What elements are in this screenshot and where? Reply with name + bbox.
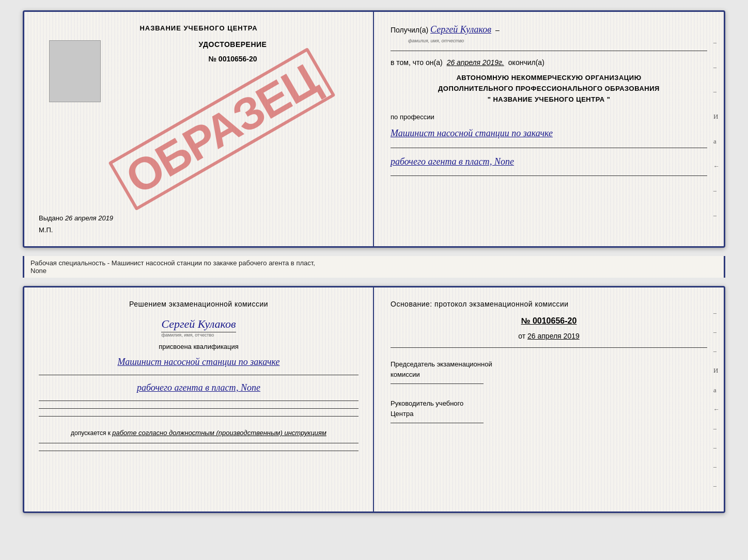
person-name-block: Сергей Кулаков фамилия, имя, отчество (161, 317, 236, 338)
top-right-panel: Получил(а) Сергей Кулаков – фамилия, имя… (374, 12, 724, 246)
commission-title: Решением экзаменационной комиссии (129, 300, 268, 308)
cert-center-content: УДОСТОВЕРЕНИЕ № 0010656-20 (107, 40, 359, 69)
top-left-panel: НАЗВАНИЕ УЧЕБНОГО ЦЕНТРА УДОСТОВЕРЕНИЕ №… (24, 12, 374, 246)
separator-text2: None (30, 267, 46, 275)
issued-line: Выдано 26 апреля 2019 (39, 214, 359, 222)
bottom-line-3 (39, 408, 359, 409)
bottom-left-panel: Решением экзаменационной комиссии Сергей… (24, 287, 374, 511)
bottom-line-2 (39, 401, 359, 401)
recipient-name: Сергей Кулаков (430, 24, 491, 35)
mp-line: М.П. (39, 226, 53, 234)
received-line: Получил(а) Сергей Кулаков – (391, 24, 707, 35)
допускается-line: допускается к работе согласно должностны… (71, 429, 326, 437)
bottom-line-5 (39, 443, 359, 443)
org-line2: ДОПОЛНИТЕЛЬНОГО ПРОФЕССИОНАЛЬНОГО ОБРАЗО… (391, 84, 707, 94)
issued-label: Выдано (39, 214, 63, 222)
photo-content-row: УДОСТОВЕРЕНИЕ № 0010656-20 (39, 40, 359, 110)
org-line1: АВТОНОМНУЮ НЕКОММЕРЧЕСКУЮ ОРГАНИЗАЦИЮ (391, 73, 707, 84)
bottom-line-1 (39, 375, 359, 375)
chairman-label: Председатель экзаменационной комиссии (391, 359, 707, 379)
right-edge-marks: – – – И а ← – – (713, 12, 720, 246)
org-line3: " НАЗВАНИЕ УЧЕБНОГО ЦЕНТРА " (391, 94, 707, 105)
protocol-date: 26 апреля 2019 (527, 332, 580, 340)
fio-sublabel-top: фамилия, имя, отчество (408, 38, 464, 43)
separator: Рабочая специальность - Машинист насосно… (23, 256, 725, 278)
director-block: Руководитель учебного Центра (391, 398, 707, 423)
допускается-label: допускается к (71, 429, 111, 437)
profession-line1: Машинист насосной станции по закачке (391, 127, 707, 140)
fio-sublabel-bottom: фамилия, имя, отчество (161, 332, 236, 338)
bottom-right-line-1 (391, 347, 707, 348)
qualification-line1: Машинист насосной станции по закачке (117, 356, 279, 369)
director-signature-line (391, 423, 484, 423)
school-name-top: НАЗВАНИЕ УЧЕБНОГО ЦЕНТРА (139, 24, 257, 32)
qualification-line2: рабочего агента в пласт, None (137, 381, 260, 394)
cert-number: № 0010656-20 (208, 55, 257, 63)
protocol-date-line: от 26 апреля 2019 (391, 332, 707, 340)
issued-date: 26 апреля 2019 (65, 214, 113, 222)
cert-title: УДОСТОВЕРЕНИЕ (199, 40, 267, 49)
bottom-right-edge-marks: – – – И а ← – – – – (713, 287, 720, 511)
bottom-right-panel: Основание: протокол экзаменационной коми… (374, 287, 724, 511)
bottom-document-card: Решением экзаменационной комиссии Сергей… (23, 286, 725, 513)
in-that-label: в том, что он(а) (391, 58, 443, 67)
person-name-bottom: Сергей Кулаков (161, 317, 236, 332)
bottom-line-4 (39, 416, 359, 417)
top-document-card: НАЗВАНИЕ УЧЕБНОГО ЦЕНТРА УДОСТОВЕРЕНИЕ №… (23, 10, 725, 248)
line-2 (391, 148, 707, 148)
line-3 (391, 175, 707, 176)
dash1: – (495, 26, 500, 34)
protocol-date-prefix: от (518, 332, 525, 340)
basis-title: Основание: протокол экзаменационной коми… (391, 300, 707, 308)
chairman-block: Председатель экзаменационной комиссии (391, 359, 707, 384)
bottom-line-6 (39, 451, 359, 451)
chairman-signature-line (391, 383, 484, 384)
org-block: АВТОНОМНУЮ НЕКОММЕРЧЕСКУЮ ОРГАНИЗАЦИЮ ДО… (391, 73, 707, 105)
completed-label: окончил(а) (508, 58, 544, 67)
director-label: Руководитель учебного Центра (391, 398, 707, 419)
qualification-label: присвоена квалификация (159, 343, 239, 350)
photo-placeholder (49, 40, 101, 102)
received-label: Получил(а) (391, 26, 428, 34)
protocol-number: № 0010656-20 (391, 316, 707, 326)
completed-date: 26 апреля 2019г. (447, 58, 504, 67)
допускается-value: работе согласно должностным (производств… (112, 429, 326, 437)
line-1 (391, 51, 707, 51)
date-line: в том, что он(а) 26 апреля 2019г. окончи… (391, 58, 707, 67)
separator-text1: Рабочая специальность - Машинист насосно… (30, 259, 315, 267)
fio-label-row: фамилия, имя, отчество (391, 38, 707, 43)
profession-label: по профессии (391, 113, 707, 121)
profession-line2: рабочего агента в пласт, None (391, 155, 707, 168)
